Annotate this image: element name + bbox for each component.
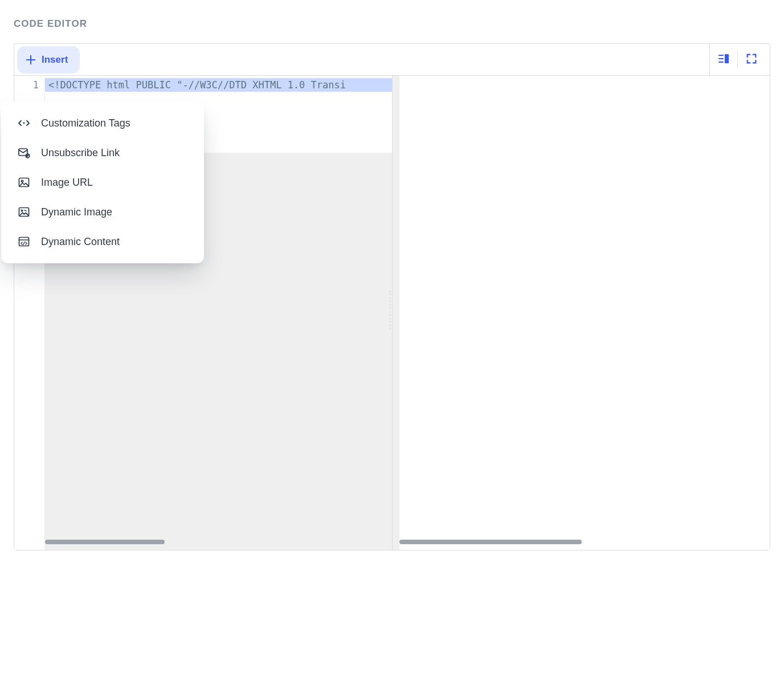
menu-item-customization-tags[interactable]: Customization Tags	[1, 108, 204, 138]
toolbar: Insert	[14, 44, 770, 76]
line-number: 1	[33, 79, 39, 91]
toolbar-right	[709, 44, 765, 75]
menu-item-label: Customization Tags	[41, 117, 130, 129]
code-horizontal-scrollbar[interactable]	[45, 540, 165, 544]
page-title: CODE EDITOR	[14, 18, 770, 30]
insert-dropdown: Customization Tags Unsubscribe Link	[1, 101, 204, 263]
fullscreen-button[interactable]	[738, 44, 765, 75]
menu-item-label: Image URL	[41, 177, 93, 189]
dynamic-content-icon	[17, 235, 31, 248]
menu-item-dynamic-content[interactable]: Dynamic Content	[1, 227, 204, 256]
insert-button-label: Insert	[42, 54, 68, 66]
menu-item-dynamic-image[interactable]: Dynamic Image	[1, 197, 204, 227]
svg-point-6	[23, 123, 25, 124]
menu-item-image-url[interactable]: Image URL	[1, 168, 204, 197]
menu-item-label: Dynamic Content	[41, 236, 120, 248]
pane-splitter[interactable]: • •• •• •• •• •• •	[389, 290, 392, 331]
split-view-button[interactable]	[710, 44, 737, 75]
svg-line-16	[23, 242, 24, 245]
svg-point-11	[21, 180, 23, 182]
fullscreen-icon	[745, 52, 758, 67]
menu-item-label: Unsubscribe Link	[41, 147, 120, 159]
code-tags-icon	[17, 116, 31, 130]
code-line-1[interactable]: <!DOCTYPE html PUBLIC "-//W3C//DTD XHTML…	[45, 76, 392, 94]
split-view-icon	[717, 52, 730, 68]
preview-surface	[399, 76, 770, 550]
svg-rect-5	[725, 54, 729, 63]
menu-item-label: Dynamic Image	[41, 206, 112, 218]
image-icon	[17, 176, 31, 189]
dynamic-image-icon	[17, 205, 31, 219]
svg-rect-14	[19, 238, 29, 246]
plus-icon	[24, 54, 37, 66]
preview-pane	[393, 76, 770, 550]
insert-button[interactable]: Insert	[19, 48, 78, 72]
preview-horizontal-scrollbar[interactable]	[399, 540, 582, 544]
menu-item-unsubscribe-link[interactable]: Unsubscribe Link	[1, 138, 204, 168]
unsubscribe-icon	[17, 146, 31, 160]
svg-point-13	[21, 210, 22, 211]
